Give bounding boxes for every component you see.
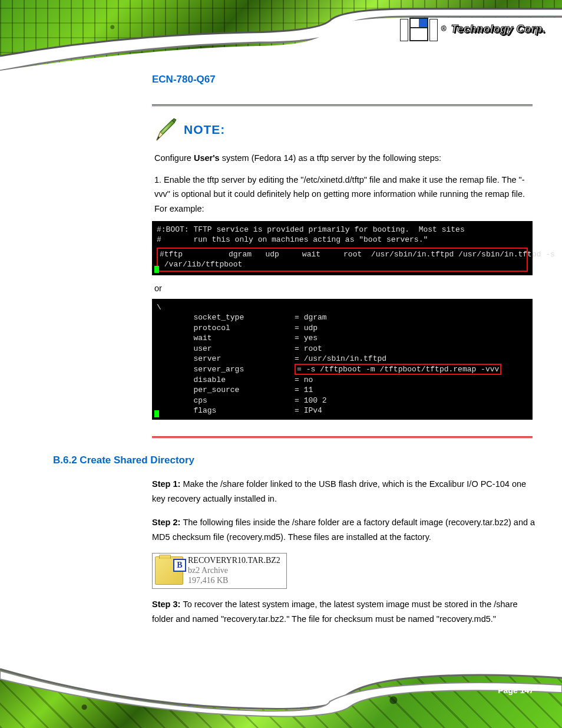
terminal-line: per_source = 11 (157, 386, 313, 394)
file-type: bz2 Archive (188, 566, 280, 576)
terminal-line: socket_type = dgram (157, 313, 327, 322)
terminal-snippet-inetd: #:BOOT: TFTP service is provided primari… (152, 221, 533, 275)
step-3: Step 3:To recover the latest system imag… (152, 597, 538, 627)
trademark-symbol: ® (441, 25, 447, 33)
note-block: NOTE: Configure User's system (Fedora 14… (152, 104, 533, 438)
terminal-line: protocol = udp (157, 324, 318, 332)
step-label: Step 1: (152, 479, 183, 489)
step-label: Step 2: (152, 518, 183, 527)
folder-archive-icon: B (155, 556, 183, 585)
terminal-line: disable = no (157, 375, 313, 384)
file-tile: B RECOVERYR10.TAR.BZ2 bz2 Archive 197,41… (152, 553, 287, 588)
step-2: Step 2:The following files inside the /s… (152, 515, 538, 545)
cursor-icon (154, 410, 159, 417)
terminal-snippet-xinetd: \ socket_type = dgram protocol = udp wai… (152, 299, 533, 420)
section-heading: B.6.2 Create Shared Directory (53, 454, 538, 466)
terminal-comment: #:BOOT: TFTP service is provided primari… (157, 225, 465, 245)
terminal-line: cps = 100 2 (157, 396, 327, 405)
step-text: The following files inside the /share fo… (152, 518, 535, 542)
note-body-rest: system (Fedora 14) as a tftp server by t… (220, 153, 441, 163)
file-meta: RECOVERYR10.TAR.BZ2 bz2 Archive 197,416 … (188, 556, 280, 585)
step-1: Step 1:Make the /share folder linked to … (152, 477, 538, 507)
terminal-line: wait = yes (157, 334, 318, 342)
cursor-icon (154, 266, 159, 273)
step-text: Make the /share folder linked to the USB… (152, 479, 526, 503)
note-icon (152, 117, 178, 143)
bz2-badge-icon: B (173, 559, 186, 572)
terminal-server-args-key: server_args (157, 365, 295, 374)
note-body-prefix: Configure (154, 153, 194, 163)
terminal-line: server = /usr/sbin/in.tftpd (157, 354, 386, 363)
page-number: Page 147 (498, 686, 534, 695)
file-size: 197,416 KB (188, 576, 280, 586)
model-name: ECN-780-Q67 (152, 74, 538, 85)
note-body: Configure User's system (Fedora 14) as a… (154, 151, 533, 166)
brand-name: Technology Corp. (451, 23, 546, 35)
footer-swoosh-graphic (0, 643, 562, 728)
step-text: To recover the latest system image, the … (152, 599, 518, 624)
terminal-line: flags = IPv4 (157, 406, 322, 415)
or-separator: or (154, 284, 533, 293)
note-title: NOTE: (184, 123, 225, 137)
note-step-1: 1. Enable the tftp server by editing the… (154, 173, 533, 216)
file-name: RECOVERYR10.TAR.BZ2 (188, 556, 280, 566)
terminal-highlight-box: #tftp dgram udp wait root /usr/sbin/in.t… (157, 248, 528, 272)
brand-logo: ® Technology Corp. (400, 17, 546, 41)
note-body-emph: User's (194, 153, 220, 163)
terminal-line: user = root (157, 344, 322, 353)
terminal-highlight-box: = -s /tftpboot -m /tftpboot/tftpd.remap … (295, 364, 501, 375)
step-label: Step 3: (152, 599, 183, 609)
logo-mark-icon (400, 17, 438, 41)
page-content: ECN-780-Q67 NOTE: Configure User's syste… (53, 74, 538, 635)
